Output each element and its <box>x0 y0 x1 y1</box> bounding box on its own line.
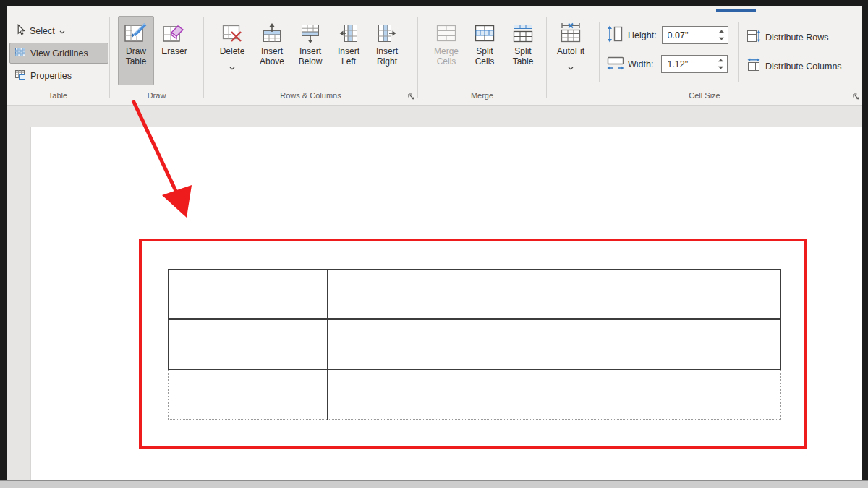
insert-right-button[interactable]: Insert Right <box>369 16 405 85</box>
eraser-icon <box>162 20 187 47</box>
distribute-columns-label: Distribute Columns <box>765 61 842 72</box>
draw-table-icon <box>124 20 148 47</box>
merge-cells-label-line1: Merge <box>434 47 459 57</box>
rows-columns-dialog-launcher-icon[interactable] <box>407 92 415 100</box>
cell-size-inner-separator <box>738 22 739 82</box>
insert-right-label-line2: Right <box>377 57 397 67</box>
height-row: Height: <box>606 25 728 46</box>
insert-above-button[interactable]: Insert Above <box>254 16 290 85</box>
highlight-rectangle <box>139 239 807 449</box>
ribbon: Select <box>7 14 862 105</box>
insert-below-label-line1: Insert <box>299 47 321 57</box>
split-cells-label-line2: Cells <box>475 57 495 67</box>
cell-size-inner-separator <box>599 22 600 82</box>
distribute-columns-button[interactable]: Distribute Columns <box>744 56 845 76</box>
group-label-merge: Merge <box>418 91 546 100</box>
select-button[interactable]: Select <box>9 20 109 41</box>
insert-above-icon <box>261 20 283 47</box>
group-label-table: Table <box>7 91 109 100</box>
ribbon-group-table: Select <box>7 14 109 105</box>
insert-left-icon <box>338 20 359 47</box>
autofit-button[interactable]: AutoFit <box>553 16 589 85</box>
ribbon-group-draw: Draw Table Eraser Draw <box>110 14 203 105</box>
split-table-label-line2: Table <box>513 57 534 67</box>
width-spin-down-icon[interactable] <box>715 64 726 72</box>
insert-right-label-line1: Insert <box>376 47 398 57</box>
group-label-draw: Draw <box>110 91 203 100</box>
insert-above-label-line1: Insert <box>261 47 283 57</box>
delete-button[interactable]: Delete <box>213 16 252 85</box>
chevron-down-icon <box>59 26 65 36</box>
height-label: Height: <box>628 30 657 40</box>
distribute-columns-icon <box>746 58 761 74</box>
height-input[interactable] <box>663 27 718 43</box>
window-bottom-edge <box>0 480 868 488</box>
split-table-icon <box>512 20 534 47</box>
insert-left-label-line2: Left <box>341 57 356 67</box>
row-height-icon <box>606 25 625 46</box>
insert-above-label-line2: Above <box>260 57 284 67</box>
distribute-rows-button[interactable]: Distribute Rows <box>744 27 832 47</box>
group-label-cell-size: Cell Size <box>547 91 862 100</box>
eraser-label: Eraser <box>161 47 187 57</box>
merge-cells-icon <box>435 20 457 47</box>
insert-below-icon <box>299 20 321 47</box>
insert-below-label-line2: Below <box>299 57 323 67</box>
ribbon-group-merge: Merge Cells Split Cells <box>418 14 546 105</box>
ribbon-group-rows-columns: Delete <box>204 14 417 105</box>
split-cells-button[interactable]: Split Cells <box>467 16 503 85</box>
active-tab-underline <box>716 9 756 12</box>
group-label-rows-columns: Rows & Columns <box>204 91 417 100</box>
width-row: Width: <box>606 53 728 74</box>
properties-label: Properties <box>30 71 72 81</box>
distribute-rows-icon <box>746 29 761 46</box>
insert-left-button[interactable]: Insert Left <box>331 16 367 85</box>
height-spinbox <box>662 26 728 44</box>
draw-table-label-line1: Draw <box>126 47 146 57</box>
autofit-icon <box>560 20 582 47</box>
width-spin-up-icon[interactable] <box>715 56 726 64</box>
width-label: Width: <box>628 59 653 69</box>
view-gridlines-icon <box>14 46 26 60</box>
height-spin-up-icon[interactable] <box>716 27 727 35</box>
ribbon-group-cell-size: AutoFit Height: <box>547 14 862 105</box>
autofit-label: AutoFit <box>557 47 584 57</box>
delete-label: Delete <box>220 47 245 57</box>
table-properties-icon <box>14 69 26 82</box>
width-spinbox <box>661 55 728 73</box>
split-cells-label-line1: Split <box>476 47 493 57</box>
chevron-down-icon <box>229 60 235 73</box>
split-table-label-line1: Split <box>514 47 531 57</box>
height-spin-down-icon[interactable] <box>716 35 727 43</box>
distribute-rows-label: Distribute Rows <box>765 33 829 43</box>
merge-cells-label-line2: Cells <box>437 57 456 67</box>
chevron-down-icon <box>568 60 574 73</box>
view-gridlines-label: View Gridlines <box>30 48 88 59</box>
eraser-button[interactable]: Eraser <box>156 16 192 85</box>
view-gridlines-button[interactable]: View Gridlines <box>9 43 109 64</box>
draw-table-label-line2: Table <box>126 57 147 67</box>
merge-cells-button[interactable]: Merge Cells <box>428 16 464 85</box>
properties-button[interactable]: Properties <box>9 65 109 86</box>
split-table-button[interactable]: Split Table <box>505 16 541 85</box>
select-label: Select <box>30 26 55 36</box>
draw-table-button[interactable]: Draw Table <box>118 16 154 85</box>
split-cells-icon <box>474 20 495 47</box>
cursor-arrow-icon <box>14 24 25 38</box>
cell-size-dialog-launcher-icon[interactable] <box>851 92 860 100</box>
insert-right-icon <box>376 20 398 47</box>
column-width-icon <box>606 53 625 74</box>
insert-below-button[interactable]: Insert Below <box>292 16 328 85</box>
delete-table-icon <box>221 20 243 47</box>
screenshot-frame: Select <box>0 0 868 488</box>
insert-left-label-line1: Insert <box>338 47 359 57</box>
width-input[interactable] <box>662 56 718 72</box>
